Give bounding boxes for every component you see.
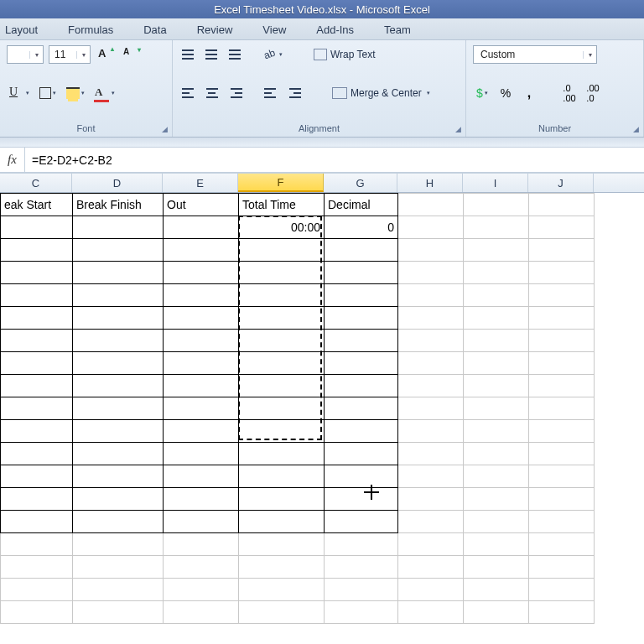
font-color-button[interactable]: A▾ bbox=[92, 84, 117, 102]
cell[interactable] bbox=[239, 443, 325, 465]
cell[interactable] bbox=[398, 420, 464, 443]
cell[interactable] bbox=[398, 397, 464, 420]
tab-formulas[interactable]: Formulas bbox=[53, 20, 128, 39]
cell[interactable] bbox=[1, 397, 73, 420]
cell[interactable] bbox=[164, 352, 239, 375]
tab-addins[interactable]: Add-Ins bbox=[301, 20, 369, 39]
cell[interactable] bbox=[1, 284, 73, 307]
cell[interactable] bbox=[164, 465, 239, 488]
header-cell[interactable]: eak Start bbox=[1, 194, 73, 216]
cell[interactable] bbox=[239, 511, 325, 533]
cell[interactable] bbox=[464, 420, 529, 443]
shrink-font-button[interactable]: A bbox=[121, 45, 141, 64]
cell[interactable] bbox=[1, 330, 73, 352]
cell[interactable] bbox=[529, 533, 595, 556]
cell[interactable] bbox=[1, 465, 73, 488]
cell[interactable] bbox=[1, 443, 73, 465]
cell[interactable] bbox=[529, 465, 595, 488]
grow-font-button[interactable]: A bbox=[96, 45, 116, 64]
cell[interactable] bbox=[464, 307, 529, 330]
align-bottom-button[interactable] bbox=[226, 45, 245, 64]
cell[interactable] bbox=[398, 443, 464, 465]
cell[interactable] bbox=[239, 375, 325, 397]
cell[interactable] bbox=[164, 239, 239, 262]
cell[interactable] bbox=[325, 284, 398, 307]
cell[interactable] bbox=[325, 511, 398, 533]
cell[interactable] bbox=[164, 330, 239, 352]
formula-input[interactable] bbox=[25, 153, 644, 167]
cell[interactable] bbox=[164, 556, 239, 579]
cell[interactable] bbox=[239, 307, 325, 330]
cell[interactable] bbox=[73, 443, 164, 465]
font-size-combo[interactable]: 11▾ bbox=[49, 45, 91, 64]
cell[interactable] bbox=[464, 488, 529, 511]
number-dialog-launcher-icon[interactable]: ◢ bbox=[630, 123, 641, 135]
cell[interactable] bbox=[529, 579, 595, 601]
cell[interactable] bbox=[398, 239, 464, 262]
header-cell[interactable] bbox=[529, 194, 595, 216]
column-header-J[interactable]: J bbox=[528, 174, 594, 192]
cell[interactable] bbox=[529, 420, 595, 443]
cell[interactable] bbox=[464, 533, 529, 556]
borders-button[interactable]: ▾ bbox=[37, 84, 59, 102]
header-cell[interactable]: Out bbox=[164, 194, 239, 216]
cell[interactable] bbox=[529, 262, 595, 284]
column-header-H[interactable]: H bbox=[397, 174, 463, 192]
cell[interactable] bbox=[1, 307, 73, 330]
cell[interactable] bbox=[529, 443, 595, 465]
cell[interactable] bbox=[325, 465, 398, 488]
header-cell[interactable] bbox=[464, 194, 529, 216]
tab-team[interactable]: Team bbox=[369, 20, 426, 39]
cell[interactable] bbox=[529, 216, 595, 239]
cell[interactable] bbox=[529, 488, 595, 511]
header-cell[interactable]: Total Time bbox=[239, 194, 325, 216]
cell[interactable] bbox=[73, 579, 164, 601]
fx-icon[interactable]: fx bbox=[0, 148, 25, 172]
cell[interactable] bbox=[464, 465, 529, 488]
cell[interactable] bbox=[1, 216, 73, 239]
cell[interactable] bbox=[164, 601, 239, 624]
cell[interactable] bbox=[529, 284, 595, 307]
header-cell[interactable]: Decimal bbox=[325, 194, 398, 216]
cell[interactable] bbox=[529, 375, 595, 397]
cell[interactable] bbox=[398, 579, 464, 601]
cell[interactable] bbox=[1, 511, 73, 533]
cell[interactable] bbox=[325, 443, 398, 465]
align-left-button[interactable] bbox=[179, 84, 198, 102]
fill-color-button[interactable]: ▾ bbox=[64, 84, 87, 102]
cell[interactable] bbox=[529, 239, 595, 262]
cell[interactable] bbox=[164, 284, 239, 307]
font-name-combo[interactable]: ▾ bbox=[7, 45, 44, 64]
cell[interactable] bbox=[1, 352, 73, 375]
cell[interactable] bbox=[398, 216, 464, 239]
cell[interactable] bbox=[1, 533, 73, 556]
cell[interactable] bbox=[73, 284, 164, 307]
cell[interactable] bbox=[73, 533, 164, 556]
cell[interactable] bbox=[398, 488, 464, 511]
cell[interactable] bbox=[325, 352, 398, 375]
font-dialog-launcher-icon[interactable]: ◢ bbox=[158, 123, 170, 135]
cell[interactable] bbox=[73, 488, 164, 511]
cell[interactable] bbox=[73, 556, 164, 579]
increase-decimal-button[interactable]: .0.00 bbox=[560, 84, 579, 102]
cell[interactable] bbox=[239, 330, 325, 352]
cell[interactable] bbox=[464, 443, 529, 465]
cell[interactable] bbox=[464, 262, 529, 284]
cell[interactable] bbox=[464, 330, 529, 352]
cell[interactable] bbox=[529, 601, 595, 624]
cell[interactable] bbox=[529, 556, 595, 579]
cell[interactable] bbox=[464, 601, 529, 624]
cell[interactable] bbox=[464, 375, 529, 397]
cell[interactable] bbox=[164, 375, 239, 397]
comma-format-button[interactable]: , bbox=[520, 84, 538, 102]
column-header-I[interactable]: I bbox=[463, 174, 528, 192]
align-center-button[interactable] bbox=[203, 84, 221, 102]
cell[interactable] bbox=[464, 511, 529, 533]
cell[interactable] bbox=[398, 533, 464, 556]
cell[interactable] bbox=[239, 284, 325, 307]
column-header-D[interactable]: D bbox=[72, 174, 163, 192]
cell[interactable] bbox=[325, 533, 398, 556]
spreadsheet-grid[interactable]: CDEFGHIJ eak StartBreak FinishOutTotal T… bbox=[0, 173, 644, 624]
cell[interactable] bbox=[73, 397, 164, 420]
cell[interactable]: 0 bbox=[325, 216, 398, 239]
